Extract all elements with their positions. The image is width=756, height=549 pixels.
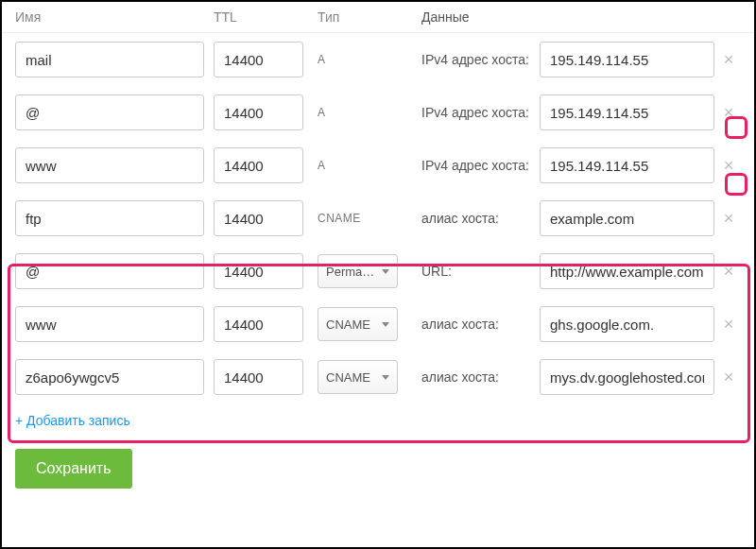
name-input[interactable]: [15, 94, 204, 130]
ttl-input[interactable]: [214, 253, 303, 289]
type-label: A: [318, 106, 326, 119]
data-label: алиас хоста:: [421, 317, 540, 332]
name-input[interactable]: [15, 42, 204, 77]
delete-icon[interactable]: ×: [719, 50, 738, 69]
data-input[interactable]: [540, 359, 714, 395]
type-select[interactable]: Perman…: [318, 254, 398, 288]
delete-icon[interactable]: ×: [719, 368, 738, 386]
header-type: Тип: [318, 9, 412, 25]
name-input[interactable]: [15, 253, 204, 289]
type-label: A: [318, 159, 326, 172]
chevron-down-icon: [382, 322, 389, 327]
ttl-input[interactable]: [214, 200, 303, 236]
delete-icon[interactable]: ×: [719, 262, 738, 281]
delete-icon[interactable]: ×: [719, 156, 738, 175]
ttl-input[interactable]: [214, 42, 303, 77]
type-select-label: Perman…: [326, 265, 378, 279]
delete-icon[interactable]: ×: [719, 103, 738, 122]
dns-record-row: Perman…URL:×: [2, 245, 754, 298]
dns-record-row: AIPv4 адрес хоста:×: [2, 33, 754, 86]
data-label: алиас хоста:: [421, 369, 540, 385]
dns-record-row: AIPv4 адрес хоста:×: [2, 86, 754, 139]
chevron-down-icon: [382, 269, 389, 274]
type-label: CNAME: [318, 212, 361, 225]
table-header: Имя TTL Тип Данные: [2, 2, 754, 33]
dns-record-row: CNAMEалиас хоста:×: [2, 298, 754, 351]
name-input[interactable]: [15, 306, 204, 342]
header-ttl: TTL: [214, 9, 303, 25]
data-label: IPv4 адрес хоста:: [421, 105, 540, 120]
name-input[interactable]: [15, 200, 204, 236]
data-label: IPv4 адрес хоста:: [421, 158, 540, 173]
type-select[interactable]: CNAME: [318, 307, 398, 341]
header-name: Имя: [15, 9, 204, 25]
type-select-label: CNAME: [326, 370, 370, 385]
save-button[interactable]: Сохранить: [15, 449, 132, 489]
name-input[interactable]: [15, 359, 204, 395]
add-record-link[interactable]: + Добавить запись: [2, 403, 754, 437]
data-input[interactable]: [540, 42, 714, 77]
dns-record-row: AIPv4 адрес хоста:×: [2, 139, 754, 192]
ttl-input[interactable]: [214, 94, 303, 130]
ttl-input[interactable]: [214, 306, 303, 342]
delete-icon[interactable]: ×: [719, 209, 738, 228]
data-input[interactable]: [540, 253, 714, 289]
name-input[interactable]: [15, 147, 204, 183]
delete-icon[interactable]: ×: [719, 315, 738, 334]
data-input[interactable]: [540, 94, 714, 130]
dns-record-row: CNAMEалиас хоста:×: [2, 351, 754, 403]
header-data: Данные: [421, 9, 540, 25]
dns-record-row: CNAMEалиас хоста:×: [2, 192, 754, 245]
data-label: алиас хоста:: [421, 211, 540, 226]
data-label: URL:: [421, 264, 540, 279]
data-input[interactable]: [540, 306, 714, 342]
type-select[interactable]: CNAME: [318, 360, 398, 394]
type-label: A: [318, 53, 326, 66]
ttl-input[interactable]: [214, 359, 303, 395]
chevron-down-icon: [382, 375, 389, 380]
type-select-label: CNAME: [326, 317, 370, 332]
data-label: IPv4 адрес хоста:: [421, 52, 540, 67]
data-input[interactable]: [540, 147, 714, 183]
data-input[interactable]: [540, 200, 714, 236]
ttl-input[interactable]: [214, 147, 303, 183]
